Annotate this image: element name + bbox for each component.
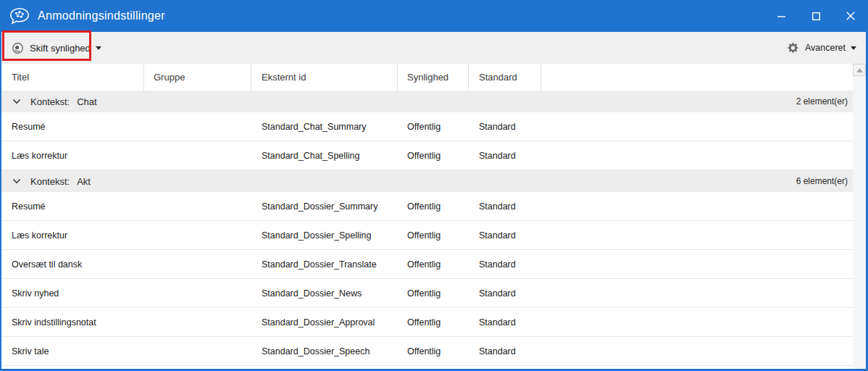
row-cell: Standard (469, 308, 541, 336)
row-cell (144, 308, 251, 336)
row-cell: Skriv nyhed (1, 279, 144, 307)
row-cell (144, 250, 251, 278)
table-body: Kontekst:Chat2 element(er)ResuméStandard… (1, 91, 853, 366)
row-cell: Oversæt til dansk (1, 250, 144, 278)
row-cell: Standard_Dossier_Speech (251, 337, 398, 365)
row-cell: Standard (469, 337, 541, 365)
row-cell: Skriv indstillingsnotat (1, 308, 144, 336)
chevron-down-icon (851, 46, 856, 50)
close-icon (846, 12, 855, 20)
app-window: Anmodningsindstillinger (0, 0, 868, 371)
row-cell: Standard_Dossier_Summary (251, 192, 398, 220)
group-label-value: Akt (77, 176, 91, 187)
minimize-icon (777, 12, 785, 20)
window-controls (764, 0, 868, 32)
group-label-prefix: Kontekst: (30, 96, 70, 107)
eye-icon (12, 42, 24, 54)
row-cell: Offentlig (398, 308, 469, 336)
close-button[interactable] (833, 0, 868, 32)
row-cell: Resumé (1, 112, 144, 141)
row-cell (144, 337, 251, 365)
row-cell: Offentlig (398, 221, 469, 249)
titlebar: Anmodningsindstillinger (0, 0, 868, 32)
settings-table: Titel Gruppe Eksternt id Synlighed Stand… (1, 64, 853, 369)
table-row[interactable]: Oversæt til danskStandard_Dossier_Transl… (1, 250, 853, 279)
triangle-up-icon (856, 68, 863, 72)
row-cell: Offentlig (398, 112, 469, 141)
row-cell: Standard (469, 279, 541, 307)
row-cell (144, 141, 251, 170)
row-cell: Standard_Dossier_Approval (251, 308, 398, 336)
row-cell: Læs korrektur (1, 141, 144, 170)
table-row[interactable]: ResuméStandard_Dossier_SummaryOffentligS… (1, 192, 853, 221)
vertical-scrollbar[interactable] (853, 64, 866, 369)
row-cell: Standard_Dossier_News (251, 279, 398, 307)
table-row[interactable]: Skriv nyhedStandard_Dossier_NewsOffentli… (1, 279, 853, 308)
group-header[interactable]: Kontekst:Chat2 element(er) (1, 91, 853, 112)
maximize-button[interactable] (798, 0, 833, 32)
group-label-prefix: Kontekst: (30, 176, 70, 187)
row-cell: Offentlig (398, 250, 469, 278)
chevron-down-icon (96, 46, 101, 50)
row-cell: Standard (469, 112, 541, 141)
group-element-count: 6 element(er) (796, 176, 848, 186)
chevron-down-icon (12, 178, 21, 184)
column-header-gruppe[interactable]: Gruppe (144, 64, 251, 91)
row-cell: Offentlig (398, 141, 469, 170)
column-header-titel[interactable]: Titel (1, 64, 144, 91)
maximize-icon (812, 12, 820, 20)
change-visibility-label: Skift synlighed (30, 43, 91, 54)
table-header-row: Titel Gruppe Eksternt id Synlighed Stand… (1, 64, 853, 91)
table-row[interactable]: Skriv indstillingsnotatStandard_Dossier_… (1, 308, 853, 337)
row-filler-cell (541, 279, 853, 307)
window-title: Anmodningsindstillinger (38, 9, 165, 22)
brain-chat-icon (9, 7, 30, 25)
scrollbar-track[interactable] (853, 76, 866, 369)
table-row[interactable]: Læs korrekturStandard_Dossier_SpellingOf… (1, 221, 853, 250)
group-label-value: Chat (77, 96, 96, 107)
row-filler-cell (541, 141, 853, 170)
column-header-eksternt-id[interactable]: Eksternt id (251, 64, 398, 91)
table-row[interactable]: Læs korrekturStandard_Chat_SpellingOffen… (1, 141, 853, 170)
row-cell: Standard_Chat_Summary (251, 112, 398, 141)
advanced-label: Avanceret (805, 43, 846, 53)
toolbar: Skift synlighed Avanceret (1, 32, 866, 64)
row-cell: Resumé (1, 192, 144, 220)
advanced-button[interactable]: Avanceret (780, 32, 866, 64)
row-filler-cell (541, 337, 853, 365)
row-cell (144, 279, 251, 307)
row-filler-cell (541, 250, 853, 278)
row-cell: Offentlig (398, 192, 469, 220)
row-filler-cell (541, 192, 853, 220)
main-content: Titel Gruppe Eksternt id Synlighed Stand… (1, 64, 866, 369)
row-filler-cell (541, 308, 853, 336)
table-row[interactable]: Skriv taleStandard_Dossier_SpeechOffentl… (1, 337, 853, 366)
scroll-up-button[interactable] (853, 64, 866, 76)
row-cell: Læs korrektur (1, 221, 144, 249)
row-cell (144, 221, 251, 249)
row-filler-cell (541, 112, 853, 141)
minimize-button[interactable] (764, 0, 798, 32)
row-cell: Skriv tale (1, 337, 144, 365)
column-header-synlighed[interactable]: Synlighed (398, 64, 469, 91)
row-cell: Standard_Dossier_Spelling (251, 221, 398, 249)
gear-icon (788, 42, 799, 54)
table-row[interactable]: ResuméStandard_Chat_SummaryOffentligStan… (1, 112, 853, 141)
row-cell: Standard_Chat_Spelling (251, 141, 398, 170)
group-header[interactable]: Kontekst:Akt6 element(er) (1, 170, 853, 192)
group-element-count: 2 element(er) (796, 96, 848, 107)
row-cell: Standard_Dossier_Translate (251, 250, 398, 278)
column-header-filler (541, 64, 853, 91)
row-filler-cell (541, 221, 853, 249)
row-cell: Offentlig (398, 337, 469, 365)
row-cell (144, 112, 251, 141)
row-cell: Standard (469, 192, 541, 220)
change-visibility-button[interactable]: Skift synlighed (1, 32, 109, 64)
chevron-down-icon (12, 99, 21, 104)
row-cell (144, 192, 251, 220)
row-cell: Standard (469, 250, 541, 278)
row-cell: Offentlig (398, 279, 469, 307)
row-cell: Standard (469, 221, 541, 249)
row-cell: Standard (469, 141, 541, 170)
column-header-standard[interactable]: Standard (469, 64, 541, 91)
